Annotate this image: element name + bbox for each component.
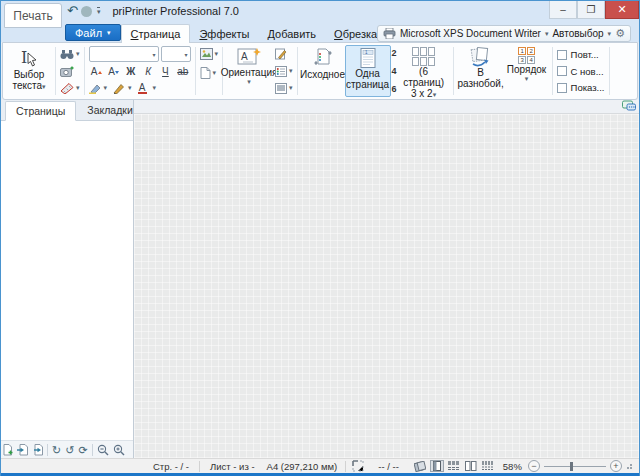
show-checkbox-row[interactable]: Показ... — [557, 81, 605, 94]
sidebar: Страницы Закладки ↻ ↺ — [1, 100, 134, 458]
tab-effects[interactable]: Эффекты — [190, 25, 258, 42]
from-new-checkbox-row[interactable]: С нов... — [557, 65, 605, 78]
measure-button[interactable]: ▾ — [58, 80, 82, 96]
zoom-in-button[interactable] — [113, 444, 125, 456]
one-page-button[interactable]: 1 Одна страница — [345, 45, 391, 97]
view-mode-3d-button[interactable] — [413, 460, 427, 472]
view-mode-strips-button[interactable] — [447, 460, 461, 472]
lines-icon — [275, 83, 287, 94]
order-button[interactable]: 1234 Порядок ▾ — [505, 45, 549, 97]
original-layout-button[interactable]: Исходное — [301, 45, 345, 97]
show-checkbox-label: Показ... — [571, 82, 605, 93]
zoom-out-button[interactable] — [97, 444, 109, 456]
font-color-button[interactable]: А — [138, 80, 147, 96]
view-mode-facing-pages-button[interactable] — [464, 460, 478, 472]
highlight-dropdown-icon: ▾ — [104, 84, 108, 92]
chevron-down-icon: ▾ — [107, 29, 111, 37]
file-menu-button[interactable]: Файл ▾ — [65, 24, 121, 41]
zoom-slider[interactable] — [544, 466, 606, 467]
sidebar-toolbar: ↻ ↺ ⟳ — [1, 440, 133, 458]
close-icon: ✕ — [617, 3, 626, 16]
select-text-button[interactable]: I Выбор текста▾ — [6, 45, 52, 97]
orientation-button[interactable]: A Ориентация ▾ — [226, 45, 272, 97]
tab-page[interactable]: Страница — [121, 24, 191, 43]
paper-source[interactable]: Автовыбор — [552, 28, 603, 39]
rotate-180-button[interactable]: ⟳ — [78, 444, 87, 456]
page-edit-icon — [275, 48, 287, 60]
six-pages-button[interactable]: (6 страниц) 3 x 2▾ — [398, 45, 450, 97]
orientation-dropdown-icon: ▾ — [247, 78, 251, 86]
checkbox-icon — [557, 83, 567, 93]
pen-dropdown-icon: ▾ — [128, 84, 132, 92]
window-controls: – ❐ ✕ — [549, 1, 639, 19]
chevron-down-icon: ▾ — [433, 91, 437, 98]
pages-2-button[interactable]: 2 — [392, 48, 397, 58]
list-options-button[interactable]: ▾ — [273, 63, 295, 79]
underline-button[interactable]: Ч — [159, 64, 172, 78]
rotate-ccw-button[interactable]: ↺ — [65, 444, 74, 456]
view-mode-grid-button[interactable] — [481, 460, 495, 472]
feedback-icon[interactable] — [622, 100, 636, 112]
sidebar-tab-pages[interactable]: Страницы — [5, 101, 76, 121]
zoom-slider-thumb[interactable] — [570, 462, 573, 471]
highlight-button[interactable]: ▾ — [89, 80, 108, 96]
view-mode-single-page-button[interactable] — [430, 460, 444, 472]
redo-icon[interactable] — [81, 6, 92, 17]
insert-page-before-button[interactable] — [17, 444, 28, 456]
pages-4-button[interactable]: 4 — [392, 66, 397, 76]
pages-thumbnail-panel[interactable] — [1, 121, 133, 440]
repeat-checkbox-row[interactable]: Повт... — [557, 48, 605, 61]
select-text-label-2: текста — [12, 80, 42, 91]
font-size-combo[interactable]: ▾ — [161, 46, 191, 62]
page-style-button[interactable]: ▾ — [198, 65, 221, 81]
qat-customize-icon[interactable]: ▾ — [97, 7, 101, 15]
order-grid-icon: 1234 — [518, 47, 535, 64]
font-color-dropdown-icon[interactable]: ▾ — [153, 84, 157, 92]
snapshot-button[interactable] — [58, 63, 82, 79]
preview-area[interactable] — [134, 100, 639, 458]
add-page-button[interactable] — [3, 444, 13, 456]
print-tab[interactable]: Печать — [4, 3, 62, 28]
paper-source-dropdown-icon[interactable]: ▾ — [608, 30, 612, 38]
bold-button[interactable]: Ж — [124, 64, 137, 78]
maximize-button[interactable]: ❐ — [577, 1, 605, 19]
document-canvas[interactable] — [134, 113, 639, 458]
insert-page-after-button[interactable] — [32, 444, 43, 456]
tilted-pages-icon — [414, 461, 426, 472]
printer-icon — [383, 28, 396, 39]
pages-6-button[interactable]: 6 — [392, 84, 397, 94]
font-family-combo[interactable]: ▾ — [89, 46, 159, 62]
original-layout-icon — [312, 47, 334, 69]
zoom-out-circle-button[interactable]: − — [528, 460, 540, 472]
pen-button[interactable]: ▾ — [113, 80, 132, 96]
rotate-cw-button[interactable]: ↻ — [52, 444, 61, 456]
orientation-icon: A — [237, 47, 261, 67]
shrink-font-button[interactable]: А — [107, 64, 120, 78]
tab-insert[interactable]: Добавить — [258, 25, 325, 42]
find-button[interactable]: ▾ — [58, 46, 82, 62]
font-color-bar — [138, 92, 147, 94]
quick-access-toolbar: ↶ ▾ — [67, 4, 100, 18]
edit-page-button[interactable] — [273, 46, 295, 62]
undo-icon[interactable]: ↶ — [67, 4, 78, 18]
ribbon: I Выбор текста▾ ▾ — [2, 42, 638, 100]
lines-options-button[interactable]: ▾ — [273, 80, 295, 96]
strikethrough-button[interactable]: ab — [176, 64, 189, 78]
italic-button[interactable]: К — [142, 64, 155, 78]
shuffle-button[interactable]: В разнобой, — [457, 45, 505, 97]
page-icon — [200, 67, 211, 79]
picture-style-button[interactable]: ▾ — [198, 46, 221, 62]
crop-marks-icon[interactable] — [352, 460, 364, 472]
printer-dropdown-icon[interactable]: ▾ — [545, 30, 549, 38]
minimize-button[interactable]: – — [549, 1, 577, 19]
zoom-percent[interactable]: 58% — [503, 461, 522, 472]
printer-settings-gear-icon[interactable]: ⚙ — [615, 28, 625, 39]
status-sheet: Лист - из - — [210, 461, 255, 472]
zoom-in-circle-button[interactable]: + — [610, 460, 622, 472]
printer-name[interactable]: Microsoft XPS Document Writer — [400, 28, 541, 39]
close-button[interactable]: ✕ — [605, 1, 639, 19]
measure-dropdown-icon: ▾ — [76, 84, 80, 92]
grow-font-button[interactable]: А — [90, 64, 103, 78]
page-style-dropdown-icon: ▾ — [213, 69, 217, 77]
resize-grip[interactable] — [627, 464, 632, 469]
